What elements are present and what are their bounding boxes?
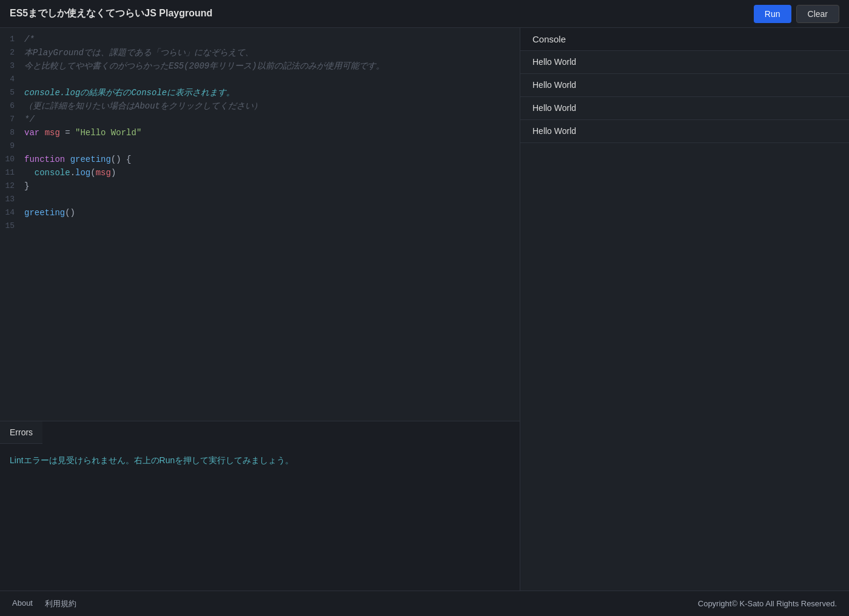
code-line: 14greeting() — [0, 206, 520, 219]
console-output: Hello WorldHello WorldHello WorldHello W… — [520, 51, 849, 143]
console-line: Hello World — [520, 97, 849, 120]
line-number: 4 — [0, 73, 24, 86]
line-number: 8 — [0, 126, 24, 139]
errors-tab[interactable]: Errors — [0, 421, 42, 444]
console-line: Hello World — [520, 51, 849, 74]
line-number: 3 — [0, 59, 24, 73]
footer-link[interactable]: 利用規約 — [45, 598, 76, 609]
code-line: 1/* — [0, 33, 520, 46]
code-line: 13 — [0, 193, 520, 206]
line-content: greeting() — [24, 206, 75, 219]
header-buttons: Run Clear — [754, 5, 839, 23]
console-header: Console — [520, 28, 849, 51]
line-content: （更に詳細を知りたい場合はAboutをクリックしてください） — [24, 99, 262, 113]
code-line: 3今と比較してやや書くのがつらかったES5(2009年リリース)以前の記法のみが… — [0, 59, 520, 73]
code-line: 6（更に詳細を知りたい場合はAboutをクリックしてください） — [0, 99, 520, 113]
code-line: 8var msg = "Hello World" — [0, 126, 520, 139]
line-number: 14 — [0, 206, 24, 219]
line-number: 12 — [0, 179, 24, 193]
line-number: 7 — [0, 113, 24, 126]
main-area: 1/*2本PlayGroundでは、課題である「つらい」になぞらえて、3今と比較… — [0, 28, 849, 591]
line-content: } — [24, 179, 29, 193]
line-content: var msg = "Hello World" — [24, 126, 141, 139]
errors-panel: Errors Lintエラーは見受けられません。右上のRunを押して実行してみま… — [0, 421, 520, 591]
console-panel: Console Hello WorldHello WorldHello Worl… — [520, 28, 849, 591]
footer: About利用規約 Copyright© K-Sato All Rights R… — [0, 591, 849, 616]
line-content: */ — [24, 113, 35, 126]
header: ES5までしか使えなくてつらいJS Playground Run Clear — [0, 0, 849, 28]
line-content: console.log(msg) — [24, 166, 116, 179]
line-number: 15 — [0, 219, 24, 233]
footer-links: About利用規約 — [12, 598, 76, 609]
run-button[interactable]: Run — [754, 5, 791, 23]
line-number: 2 — [0, 46, 24, 59]
code-line: 11 console.log(msg) — [0, 166, 520, 179]
footer-link[interactable]: About — [12, 598, 33, 609]
line-number: 10 — [0, 153, 24, 166]
line-number: 9 — [0, 139, 24, 153]
code-line: 10function greeting() { — [0, 153, 520, 166]
code-line: 9 — [0, 139, 520, 153]
line-number: 1 — [0, 33, 24, 46]
code-line: 12} — [0, 179, 520, 193]
code-editor[interactable]: 1/*2本PlayGroundでは、課題である「つらい」になぞらえて、3今と比較… — [0, 28, 520, 421]
code-line: 5console.logの結果が右のConsoleに表示されます。 — [0, 86, 520, 99]
code-line: 7*/ — [0, 113, 520, 126]
errors-content: Lintエラーは見受けられません。右上のRunを押して実行してみましょう。 — [0, 444, 520, 477]
console-line: Hello World — [520, 74, 849, 97]
line-content: /* — [24, 33, 35, 46]
footer-copyright: Copyright© K-Sato All Rights Reserved. — [698, 599, 837, 608]
line-content: console.logの結果が右のConsoleに表示されます。 — [24, 86, 235, 99]
line-number: 6 — [0, 99, 24, 113]
line-content: function greeting() { — [24, 153, 131, 166]
line-content: 本PlayGroundでは、課題である「つらい」になぞらえて、 — [24, 46, 253, 59]
code-line: 4 — [0, 73, 520, 86]
code-line: 2本PlayGroundでは、課題である「つらい」になぞらえて、 — [0, 46, 520, 59]
line-number: 11 — [0, 166, 24, 179]
app-title: ES5までしか使えなくてつらいJS Playground — [10, 7, 212, 20]
left-panel: 1/*2本PlayGroundでは、課題である「つらい」になぞらえて、3今と比較… — [0, 28, 520, 591]
line-number: 5 — [0, 86, 24, 99]
code-line: 15 — [0, 219, 520, 233]
console-line: Hello World — [520, 120, 849, 143]
clear-button[interactable]: Clear — [796, 5, 839, 23]
line-content: 今と比較してやや書くのがつらかったES5(2009年リリース)以前の記法のみが使… — [24, 59, 384, 73]
line-number: 13 — [0, 193, 24, 206]
